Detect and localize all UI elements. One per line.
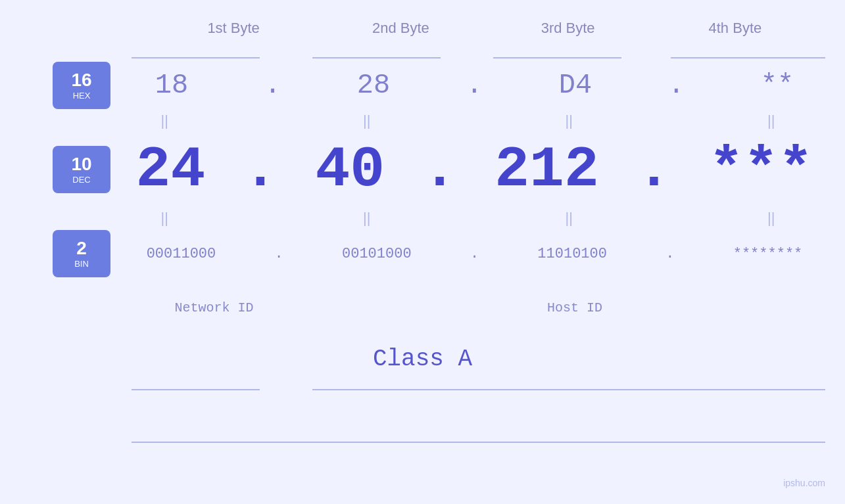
- eq1-byte1: ||: [161, 112, 168, 129]
- hex-dot2: .: [466, 70, 483, 101]
- class-label: Class A: [373, 346, 472, 373]
- byte1-header: 1st Byte: [170, 20, 298, 37]
- dec-base-number: 10: [71, 155, 91, 173]
- eq1-byte3: ||: [566, 112, 573, 129]
- dec-base-label: DEC: [72, 175, 90, 185]
- hex-byte1: 18: [155, 70, 188, 101]
- eq2-byte2: ||: [363, 210, 370, 227]
- bin-byte4: ********: [733, 246, 803, 262]
- bin-dot2: .: [470, 246, 479, 262]
- dec-dot2: .: [422, 137, 457, 202]
- dec-dot3: .: [637, 137, 671, 202]
- bin-base-label: BIN: [74, 259, 89, 269]
- bin-byte1: 00011000: [147, 246, 216, 262]
- watermark: ipshu.com: [783, 478, 825, 488]
- bin-dot3: .: [665, 246, 674, 262]
- byte2-header: 2nd Byte: [337, 20, 465, 37]
- hex-byte4: **: [761, 70, 794, 101]
- dec-byte1: 24: [136, 137, 206, 202]
- hex-base-number: 16: [71, 71, 91, 89]
- hex-dot3: .: [668, 70, 685, 101]
- hex-byte3: D4: [559, 70, 592, 101]
- eq2-byte4: ||: [767, 210, 775, 227]
- bin-base-number: 2: [76, 239, 87, 258]
- dec-byte2: 40: [315, 137, 385, 202]
- dec-byte3: 212: [495, 137, 598, 202]
- eq2-byte1: ||: [161, 210, 168, 227]
- byte3-header: 3rd Byte: [504, 20, 632, 37]
- bin-badge: 2 BIN: [53, 230, 110, 277]
- bin-byte3: 11010100: [537, 246, 607, 262]
- hex-byte2: 28: [357, 70, 390, 101]
- eq1-byte4: ||: [767, 112, 775, 129]
- hex-dot1: .: [264, 70, 281, 101]
- bin-byte2: 00101000: [342, 246, 412, 262]
- dec-badge: 10 DEC: [53, 146, 110, 193]
- hex-base-label: HEX: [73, 91, 91, 101]
- eq2-byte3: ||: [566, 210, 573, 227]
- host-id-label: Host ID: [547, 300, 602, 315]
- byte4-header: 4th Byte: [671, 20, 799, 37]
- hex-badge: 16 HEX: [53, 62, 110, 109]
- bin-dot1: .: [275, 246, 283, 262]
- dec-dot1: .: [243, 137, 278, 202]
- main-container: 1st Byte 2nd Byte 3rd Byte 4th Byte 16 H…: [0, 0, 845, 504]
- eq1-byte2: ||: [363, 112, 370, 129]
- network-id-label: Network ID: [174, 300, 253, 315]
- dec-byte4: ***: [709, 137, 813, 202]
